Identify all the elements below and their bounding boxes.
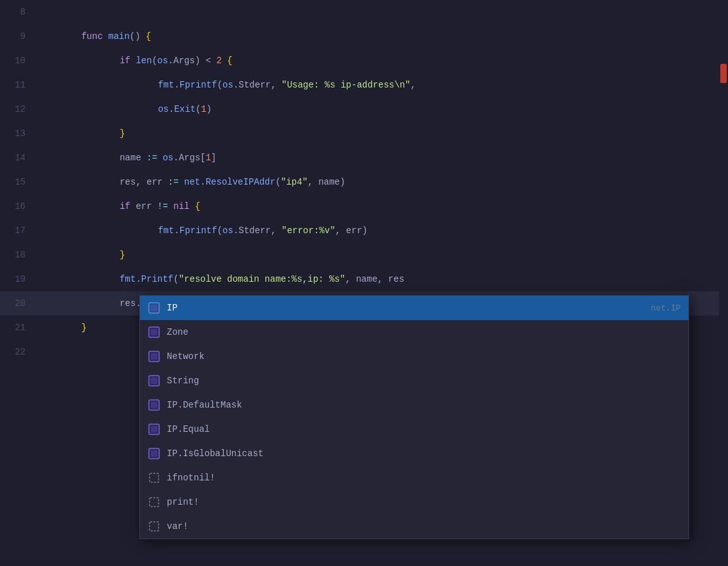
autocomplete-item-IP-DefaultMask[interactable]: IP.DefaultMask — [140, 393, 688, 417]
autocomplete-label-print: print! — [167, 497, 681, 507]
line-number-14: 14 — [0, 153, 38, 163]
svg-rect-5 — [151, 353, 157, 360]
autocomplete-item-IP[interactable]: IP net.IP — [140, 296, 688, 320]
svg-rect-14 — [150, 473, 159, 482]
autocomplete-item-IP-Equal[interactable]: IP.Equal — [140, 417, 688, 441]
snippet-icon-var — [148, 520, 160, 533]
svg-rect-1 — [151, 305, 157, 311]
code-area[interactable]: 8 9 func main() { 10 if len(os.Args) < 2… — [0, 0, 719, 566]
scrollbar[interactable] — [719, 0, 728, 566]
autocomplete-item-Zone[interactable]: Zone — [140, 320, 688, 344]
autocomplete-label-var: var! — [167, 521, 681, 532]
svg-rect-7 — [151, 378, 157, 384]
cube-filled-icon-equal — [148, 423, 160, 436]
autocomplete-item-var[interactable]: var! — [140, 514, 688, 539]
cube-filled-icon-zone — [148, 326, 160, 339]
line-number-12: 12 — [0, 104, 38, 114]
line-number-17: 17 — [0, 226, 38, 236]
autocomplete-item-String[interactable]: String — [140, 369, 688, 393]
svg-rect-16 — [150, 522, 159, 531]
cube-filled-icon-string — [148, 374, 160, 387]
line-number-18: 18 — [0, 250, 38, 260]
line-number-9: 9 — [0, 31, 38, 42]
autocomplete-label-Zone: Zone — [167, 327, 681, 337]
line-number-8: 8 — [0, 7, 38, 17]
line-number-13: 13 — [0, 128, 38, 139]
svg-rect-15 — [150, 498, 159, 507]
autocomplete-label-ifnotnil: ifnotnil! — [167, 473, 681, 483]
line-number-16: 16 — [0, 201, 38, 211]
autocomplete-label-IP-IsGlobalUnicast: IP.IsGlobalUnicast — [167, 448, 681, 459]
autocomplete-item-ifnotnil[interactable]: ifnotnil! — [140, 466, 688, 490]
scrollbar-thumb[interactable] — [720, 64, 727, 83]
line-number-21: 21 — [0, 323, 38, 333]
line-number-11: 11 — [0, 80, 38, 90]
autocomplete-label-String: String — [167, 376, 681, 386]
svg-rect-9 — [151, 402, 157, 408]
line-number-19: 19 — [0, 274, 38, 284]
snippet-icon-print — [148, 496, 160, 509]
svg-rect-13 — [151, 450, 157, 457]
line-number-20: 20 — [0, 298, 38, 309]
cube-filled-icon — [148, 302, 160, 314]
autocomplete-dropdown[interactable]: IP net.IP Zone — [139, 295, 689, 539]
line-number-15: 15 — [0, 177, 38, 187]
autocomplete-label-IP-Equal: IP.Equal — [167, 424, 681, 434]
snippet-icon-ifnotnil — [148, 471, 160, 484]
autocomplete-item-Network[interactable]: Network — [140, 344, 688, 369]
autocomplete-item-IP-IsGlobalUnicast[interactable]: IP.IsGlobalUnicast — [140, 441, 688, 466]
autocomplete-label-Network: Network — [167, 351, 681, 362]
svg-rect-3 — [151, 329, 157, 335]
autocomplete-label-IP: IP — [167, 303, 651, 313]
editor-container: 8 9 func main() { 10 if len(os.Args) < 2… — [0, 0, 728, 566]
autocomplete-type-IP: net.IP — [651, 303, 681, 313]
cube-filled-icon-isglobal — [148, 447, 160, 460]
autocomplete-label-IP-DefaultMask: IP.DefaultMask — [167, 400, 681, 410]
cube-filled-icon-network — [148, 350, 160, 363]
line-number-22: 22 — [0, 347, 38, 357]
line-number-10: 10 — [0, 56, 38, 66]
autocomplete-item-print[interactable]: print! — [140, 490, 688, 514]
cube-filled-icon-defaultmask — [148, 399, 160, 411]
svg-rect-11 — [151, 426, 157, 432]
